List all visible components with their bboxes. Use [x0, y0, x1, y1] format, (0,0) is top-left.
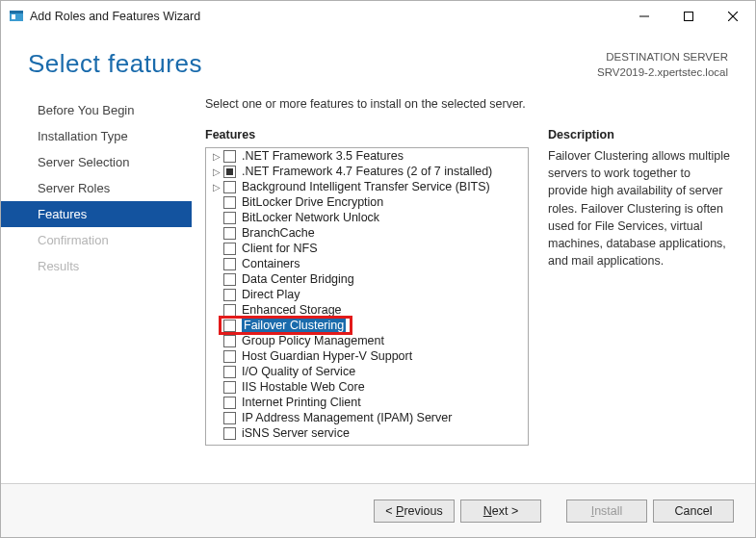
feature-item[interactable]: ▷Client for NFS: [206, 241, 528, 256]
feature-checkbox[interactable]: [223, 381, 236, 394]
feature-label: Group Policy Management: [242, 334, 384, 347]
feature-label: I/O Quality of Service: [242, 365, 355, 378]
feature-item[interactable]: ▷BitLocker Drive Encryption: [206, 194, 528, 210]
feature-checkbox[interactable]: [223, 304, 236, 317]
feature-checkbox[interactable]: [223, 227, 236, 240]
wizard-nav: Before You BeginInstallation TypeServer …: [1, 97, 192, 446]
features-listbox[interactable]: ▷.NET Framework 3.5 Features▷.NET Framew…: [205, 147, 529, 446]
svg-rect-2: [12, 14, 15, 19]
feature-checkbox[interactable]: [223, 397, 236, 409]
page-title: Select features: [28, 49, 202, 80]
footer: < Previous Next > Install Cancel: [1, 483, 755, 537]
feature-checkbox[interactable]: [223, 320, 236, 332]
feature-item[interactable]: ▷.NET Framework 3.5 Features: [206, 148, 528, 164]
feature-checkbox[interactable]: [223, 196, 236, 209]
feature-item[interactable]: ▷Enhanced Storage: [206, 302, 528, 318]
feature-item[interactable]: ▷Group Policy Management: [206, 333, 528, 348]
nav-item-server-selection[interactable]: Server Selection: [1, 149, 192, 175]
expand-triangle-icon[interactable]: ▷: [212, 182, 222, 192]
destination-server-label: DESTINATION SERVER: [597, 49, 728, 64]
feature-label: iSNS Server service: [242, 426, 350, 440]
maximize-button[interactable]: [666, 1, 711, 32]
feature-item[interactable]: ▷Direct Play: [206, 287, 528, 302]
minimize-button[interactable]: [622, 1, 666, 32]
feature-label: IIS Hostable Web Core: [242, 380, 365, 394]
feature-label: BitLocker Network Unlock: [242, 211, 379, 224]
feature-item[interactable]: ▷IP Address Management (IPAM) Server: [206, 410, 528, 425]
feature-checkbox[interactable]: [223, 166, 236, 178]
title-bar: Add Roles and Features Wizard: [1, 1, 755, 32]
nav-item-features[interactable]: Features: [1, 201, 192, 227]
expand-triangle-icon[interactable]: ▷: [212, 151, 222, 162]
feature-checkbox[interactable]: [223, 412, 236, 424]
feature-checkbox[interactable]: [223, 335, 236, 347]
feature-label: Failover Clustering: [242, 319, 346, 332]
close-button[interactable]: [711, 1, 755, 32]
feature-label: Internet Printing Client: [242, 396, 361, 409]
feature-item[interactable]: ▷IIS Hostable Web Core: [206, 379, 528, 395]
destination-server-value: SRV2019-2.xpertstec.local: [597, 64, 728, 80]
description-label: Description: [548, 128, 730, 141]
feature-item[interactable]: ▷BitLocker Network Unlock: [206, 210, 528, 225]
feature-label: Direct Play: [242, 288, 300, 301]
nav-item-before-you-begin[interactable]: Before You Begin: [1, 97, 192, 123]
header: Select features DESTINATION SERVER SRV20…: [1, 32, 755, 88]
nav-item-confirmation: Confirmation: [1, 227, 192, 253]
feature-label: Enhanced Storage: [242, 303, 342, 317]
svg-rect-4: [685, 13, 693, 21]
feature-label: IP Address Management (IPAM) Server: [242, 411, 452, 424]
previous-button[interactable]: < Previous: [374, 500, 455, 523]
feature-checkbox[interactable]: [223, 273, 236, 286]
feature-item[interactable]: ▷BranchCache: [206, 225, 528, 241]
feature-label: Data Center Bridging: [242, 272, 354, 286]
feature-label: .NET Framework 4.7 Features (2 of 7 inst…: [242, 165, 492, 178]
feature-label: Background Intelligent Transfer Service …: [242, 180, 490, 193]
expand-triangle-icon[interactable]: ▷: [212, 167, 222, 177]
feature-item[interactable]: ▷iSNS Server service: [206, 425, 528, 441]
nav-item-installation-type[interactable]: Installation Type: [1, 123, 192, 149]
feature-item[interactable]: ▷Host Guardian Hyper-V Support: [206, 348, 528, 364]
app-icon: [9, 9, 24, 24]
feature-label: BitLocker Drive Encryption: [242, 195, 383, 209]
feature-item[interactable]: ▷I/O Quality of Service: [206, 364, 528, 379]
feature-checkbox[interactable]: [223, 350, 236, 363]
svg-rect-1: [10, 11, 23, 13]
feature-item[interactable]: ▷Failover Clustering: [206, 318, 528, 333]
feature-item[interactable]: ▷.NET Framework 4.7 Features (2 of 7 ins…: [206, 164, 528, 179]
window-title: Add Roles and Features Wizard: [30, 10, 200, 23]
nav-item-results: Results: [1, 253, 192, 279]
cancel-button[interactable]: Cancel: [653, 500, 734, 523]
feature-checkbox[interactable]: [223, 243, 236, 255]
feature-label: Containers: [242, 257, 300, 270]
feature-item[interactable]: ▷Containers: [206, 256, 528, 271]
next-button[interactable]: Next >: [460, 500, 541, 523]
nav-item-server-roles[interactable]: Server Roles: [1, 175, 192, 201]
intro-text: Select one or more features to install o…: [205, 97, 529, 111]
feature-checkbox[interactable]: [223, 427, 236, 440]
feature-label: BranchCache: [242, 226, 315, 240]
feature-checkbox[interactable]: [223, 258, 236, 270]
feature-item[interactable]: ▷Internet Printing Client: [206, 395, 528, 410]
feature-item[interactable]: ▷Data Center Bridging: [206, 271, 528, 287]
feature-label: Client for NFS: [242, 242, 318, 255]
feature-item[interactable]: ▷Background Intelligent Transfer Service…: [206, 179, 528, 194]
features-label: Features: [205, 128, 529, 141]
feature-checkbox[interactable]: [223, 212, 236, 224]
feature-checkbox[interactable]: [223, 181, 236, 193]
feature-label: .NET Framework 3.5 Features: [242, 149, 404, 163]
install-button[interactable]: Install: [566, 500, 647, 523]
feature-checkbox[interactable]: [223, 150, 236, 163]
feature-label: Host Guardian Hyper-V Support: [242, 349, 412, 363]
feature-checkbox[interactable]: [223, 289, 236, 301]
feature-checkbox[interactable]: [223, 366, 236, 378]
description-text: Failover Clustering allows multiple serv…: [548, 147, 730, 269]
